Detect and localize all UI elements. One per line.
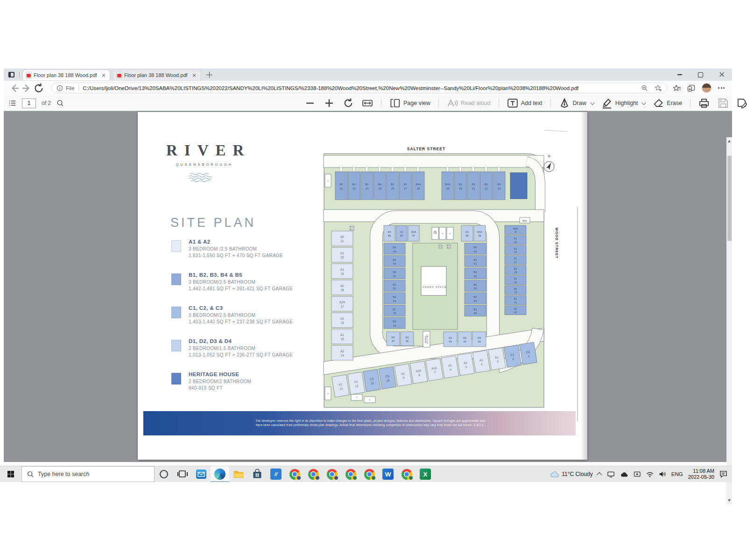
add-text-button[interactable]: Add text xyxy=(505,96,544,110)
save-button[interactable] xyxy=(716,96,731,110)
svg-text:37: 37 xyxy=(514,261,517,264)
taskbar-app-chrome[interactable] xyxy=(397,466,416,482)
onedrive-cloud-icon[interactable] xyxy=(620,471,628,477)
taskbar-app-edge[interactable] xyxy=(211,466,229,482)
legend-desc: 1,442-1,481 SQ FT + 391-421 SQ FT GARAGE xyxy=(189,286,310,291)
minimize-button[interactable] xyxy=(669,69,690,81)
browser-tab-1[interactable]: Floor plan 38 188 Wood.pdf xyxy=(22,70,110,80)
map-unit: B264 xyxy=(465,293,486,304)
taskbar-app-cortana[interactable] xyxy=(155,466,173,482)
scroll-up-icon[interactable] xyxy=(728,140,731,142)
map-unit: B322 xyxy=(335,172,347,200)
fit-width-icon xyxy=(362,98,373,109)
forward-button[interactable] xyxy=(21,82,33,94)
print-button[interactable] xyxy=(697,96,712,110)
map-unit: B165 xyxy=(465,305,486,316)
erase-icon xyxy=(653,98,664,109)
map-unit: D455 xyxy=(384,225,395,241)
save-as-button[interactable] xyxy=(735,96,747,110)
network-icon[interactable] xyxy=(646,471,654,477)
profile-badge xyxy=(409,476,413,480)
zoom-in-button[interactable] xyxy=(322,96,337,110)
map-unit: A14 xyxy=(472,350,490,373)
profile-avatar[interactable] xyxy=(702,83,712,93)
taskbar-app-file-explorer[interactable] xyxy=(229,466,248,482)
chevron-down-icon[interactable] xyxy=(641,100,646,105)
map-unit: A2A8 xyxy=(410,361,428,384)
pdf-viewer[interactable]: RIVER QUEENSBOROUGH SITE PLAN A1 & A23 B… xyxy=(4,111,732,462)
taskbar-app-chrome[interactable] xyxy=(360,466,379,482)
weather-widget[interactable]: 11°C Cloudy xyxy=(550,471,593,477)
collections-icon[interactable] xyxy=(687,84,695,92)
chevron-down-icon[interactable] xyxy=(590,100,595,105)
table-of-contents-icon[interactable] xyxy=(8,99,16,107)
action-center-icon[interactable] xyxy=(719,470,727,478)
taskbar-app-word[interactable]: W xyxy=(379,466,397,482)
scrollbar-thumb[interactable] xyxy=(727,156,732,241)
zoom-out-button[interactable] xyxy=(303,96,317,110)
tab-close-icon[interactable] xyxy=(191,72,197,78)
highlight-button[interactable]: Highlight xyxy=(599,96,647,110)
meet-now-icon[interactable] xyxy=(634,471,641,477)
search-document-icon[interactable] xyxy=(56,99,64,107)
svg-text:30: 30 xyxy=(459,187,462,190)
volume-icon[interactable] xyxy=(659,471,666,477)
svg-text:D1: D1 xyxy=(405,336,409,339)
clock[interactable]: 11:08 AM 2022-05-30 xyxy=(688,468,714,480)
start-button[interactable] xyxy=(0,466,21,482)
svg-text:D4: D4 xyxy=(391,336,395,339)
language-indicator[interactable]: ENG xyxy=(671,471,683,477)
maximize-button[interactable] xyxy=(690,69,711,81)
browser-tab-2[interactable]: Floor plan 38 188 Wood.pdf xyxy=(113,70,201,80)
search-placeholder: Type here to search xyxy=(38,471,89,477)
rotate-button[interactable] xyxy=(341,96,356,110)
taskbar-search-input[interactable]: Type here to search xyxy=(21,466,155,482)
taskbar-app-task-view[interactable] xyxy=(173,466,192,482)
draw-button[interactable]: Draw xyxy=(557,96,595,110)
svg-text:18: 18 xyxy=(340,288,344,292)
device-monitor-icon[interactable] xyxy=(607,471,615,478)
map-unit: A19 xyxy=(395,364,412,386)
close-button[interactable] xyxy=(711,69,732,81)
taskbar-app-mail[interactable] xyxy=(192,466,211,482)
erase-button[interactable]: Erase xyxy=(651,96,684,110)
fit-width-button[interactable] xyxy=(360,96,375,110)
address-bar[interactable]: File C:/Users/ljoli/OneDrive/13%20SABA%2… xyxy=(51,83,667,93)
favorites-icon[interactable] xyxy=(673,84,681,92)
taskbar-app-chrome[interactable] xyxy=(341,466,360,482)
map-unit: B252 xyxy=(384,268,405,279)
pdf-file-icon xyxy=(116,72,122,79)
vertical-scrollbar[interactable] xyxy=(726,137,732,504)
taskbar-app-excel[interactable]: X xyxy=(416,466,435,482)
zoom-page-icon[interactable] xyxy=(641,84,648,91)
page-view-button[interactable]: Page view xyxy=(388,96,432,110)
svg-text:32: 32 xyxy=(485,187,488,190)
map-unit: D3A57 xyxy=(408,225,419,241)
tab-actions-button[interactable] xyxy=(6,70,17,79)
add-favorite-icon[interactable] xyxy=(655,84,662,91)
legend-name: C1, C2, & C3 xyxy=(189,305,310,311)
scroll-down-icon[interactable] xyxy=(728,499,731,502)
taskbar-app-chrome[interactable] xyxy=(323,466,341,482)
new-tab-button[interactable] xyxy=(205,71,213,79)
tab-close-icon[interactable] xyxy=(100,72,107,78)
taskbar-app-chrome[interactable] xyxy=(285,466,304,482)
map-unit: A221 xyxy=(331,231,353,246)
svg-text:N: N xyxy=(548,154,550,158)
refresh-button[interactable] xyxy=(33,82,45,94)
page-number-input[interactable] xyxy=(22,98,36,108)
svg-text:C2: C2 xyxy=(526,350,530,354)
taskbar-app-chrome[interactable] xyxy=(304,466,323,482)
back-button[interactable] xyxy=(8,82,21,94)
print-icon xyxy=(698,98,710,109)
map-unit: C311 xyxy=(363,369,381,392)
svg-text:63: 63 xyxy=(474,287,477,290)
read-aloud-button[interactable]: Read aloud xyxy=(445,96,493,110)
show-hidden-icons-chevron[interactable] xyxy=(597,472,602,477)
menu-ellipsis-icon[interactable] xyxy=(718,87,725,89)
svg-text:B2: B2 xyxy=(514,287,517,290)
taskbar-app-microsoft-store[interactable] xyxy=(248,466,267,482)
map-unit: A213 xyxy=(332,375,350,397)
taskbar-app-app-blue-slashes[interactable]: // xyxy=(267,466,285,482)
svg-text:B2: B2 xyxy=(473,246,477,249)
